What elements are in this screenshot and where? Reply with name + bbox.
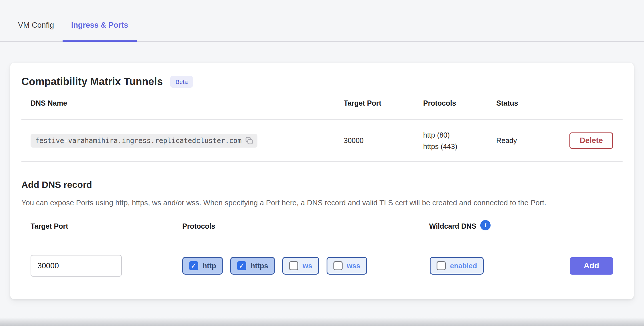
checkbox-checked-icon: ✓ xyxy=(189,261,198,270)
chip-label-ws: ws xyxy=(303,262,312,270)
chip-label-enabled: enabled xyxy=(450,262,477,270)
target-port-input[interactable] xyxy=(31,255,122,277)
col-header-status: Status xyxy=(496,99,565,107)
chip-label-http: http xyxy=(203,262,216,270)
protocol-https: https (443) xyxy=(423,141,496,152)
protocol-chip-wss[interactable]: wss xyxy=(327,257,367,275)
col-header-dns-name: DNS Name xyxy=(21,99,344,107)
delete-button[interactable]: Delete xyxy=(569,132,613,149)
checkbox-unchecked-icon xyxy=(437,261,446,270)
protocol-chip-http[interactable]: ✓ http xyxy=(182,257,223,275)
col-header-protocols: Protocols xyxy=(423,99,496,107)
dns-name-value: festive-varahamihira.ingress.replicatedc… xyxy=(35,137,241,145)
add-form-header: Target Port Protocols Wildcard DNS i xyxy=(21,222,623,244)
ingress-ports-page: VM Config Ingress & Ports Compatibility … xyxy=(0,0,644,326)
copy-icon[interactable] xyxy=(245,136,253,145)
dns-name-pill: festive-varahamihira.ingress.replicatedc… xyxy=(31,134,257,148)
checkbox-unchecked-icon xyxy=(333,261,343,270)
target-port-field-cell xyxy=(21,255,182,277)
add-dns-record-description: You can expose Ports using http, https, … xyxy=(21,197,613,208)
protocol-checkboxes: ✓ http ✓ https ws wss xyxy=(182,257,429,275)
beta-badge: Beta xyxy=(170,76,193,88)
add-dns-record-title: Add DNS record xyxy=(21,180,623,190)
add-button[interactable]: Add xyxy=(570,257,613,275)
tunnels-table-header: DNS Name Target Port Protocols Status xyxy=(21,99,623,120)
card-header: Compatibility Matrix Tunnels Beta xyxy=(21,76,623,88)
checkbox-unchecked-icon xyxy=(289,261,298,270)
tab-ingress-ports[interactable]: Ingress & Ports xyxy=(63,21,137,41)
chip-label-wss: wss xyxy=(347,262,360,270)
info-icon[interactable]: i xyxy=(480,220,491,230)
form-label-protocols: Protocols xyxy=(182,222,429,230)
wildcard-dns-text: Wildcard DNS xyxy=(429,222,476,230)
protocols-cell: http (80) https (443) xyxy=(423,129,496,152)
compatibility-matrix-tunnels-card: Compatibility Matrix Tunnels Beta DNS Na… xyxy=(10,63,634,299)
tab-bar: VM Config Ingress & Ports xyxy=(0,0,644,42)
tab-vm-config[interactable]: VM Config xyxy=(9,21,63,41)
add-form-row: ✓ http ✓ https ws wss xyxy=(21,244,623,287)
chip-label-https: https xyxy=(251,262,268,270)
dns-name-cell: festive-varahamihira.ingress.replicatedc… xyxy=(21,134,344,148)
protocol-http: http (80) xyxy=(423,129,496,141)
actions-cell: Delete xyxy=(565,132,623,149)
target-port-cell: 30000 xyxy=(344,136,423,145)
wildcard-dns-cell: enabled xyxy=(429,257,570,275)
wildcard-enabled-chip[interactable]: enabled xyxy=(430,257,484,275)
protocol-chip-https[interactable]: ✓ https xyxy=(230,257,275,275)
checkbox-checked-icon: ✓ xyxy=(237,261,246,270)
screenshot-bottom-edge xyxy=(0,317,644,326)
status-cell: Ready xyxy=(496,136,565,145)
submit-cell: Add xyxy=(570,257,623,275)
col-header-target-port: Target Port xyxy=(344,99,423,107)
form-label-wildcard-dns: Wildcard DNS i xyxy=(429,222,623,232)
protocol-chip-ws[interactable]: ws xyxy=(282,257,319,275)
card-title: Compatibility Matrix Tunnels xyxy=(21,76,163,88)
table-row: festive-varahamihira.ingress.replicatedc… xyxy=(21,120,623,162)
form-label-target-port: Target Port xyxy=(21,222,182,230)
